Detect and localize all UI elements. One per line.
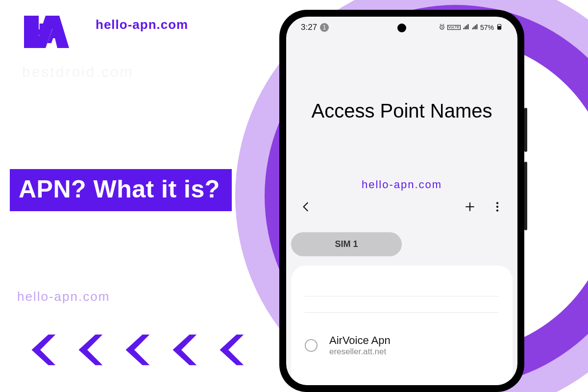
phone-side-button: [524, 162, 527, 230]
notification-count-badge: 1: [320, 23, 329, 32]
brand-domain-top: hello-apn.com: [96, 17, 188, 32]
chevron-left-icon: [210, 331, 248, 369]
svg-point-8: [496, 206, 498, 208]
svg-point-7: [496, 202, 498, 204]
status-time: 3:27: [301, 23, 317, 32]
brand-domain-bottom: hello-apn.com: [17, 289, 110, 304]
brand-logo: H A: [17, 10, 76, 54]
svg-rect-6: [498, 26, 501, 28]
svg-point-3: [44, 29, 49, 34]
chevron-left-icon: [163, 331, 201, 369]
apn-list-card: AirVoice Apn ereseller.att.net: [291, 266, 513, 385]
radio-unchecked-icon[interactable]: [305, 339, 318, 352]
watermark-faint: bestdroid.com: [22, 64, 133, 80]
svg-text:H: H: [25, 17, 45, 49]
chevron-row: [22, 331, 248, 369]
chevron-left-icon: [22, 331, 60, 369]
toolbar: [286, 200, 517, 215]
add-icon[interactable]: [464, 200, 476, 215]
back-icon[interactable]: [300, 200, 313, 215]
tab-sim1[interactable]: SIM 1: [291, 232, 402, 256]
chevron-left-icon: [116, 331, 154, 369]
phone-watermark: hello-apn.com: [286, 178, 517, 191]
divider: [305, 296, 499, 296]
phone-frame: 3:27 1 VoLTE 57% Access Point: [279, 10, 524, 392]
battery-icon: [496, 24, 503, 32]
signal-icon: [463, 24, 469, 32]
divider: [305, 312, 499, 313]
phone-side-button: [524, 108, 527, 152]
signal-icon: [471, 24, 478, 32]
apn-value: ereseller.att.net: [329, 347, 391, 357]
chevron-left-icon: [69, 331, 107, 369]
headline-banner: APN? What it is?: [10, 169, 232, 211]
battery-percent: 57%: [480, 24, 494, 31]
apn-name: AirVoice Apn: [329, 334, 391, 347]
camera-hole: [397, 24, 406, 32]
svg-text:A: A: [47, 17, 67, 49]
sim-tabbar: SIM 1: [286, 232, 517, 256]
volte-icon: VoLTE: [447, 25, 461, 30]
phone-screen: 3:27 1 VoLTE 57% Access Point: [286, 17, 517, 385]
apn-row[interactable]: AirVoice Apn ereseller.att.net: [305, 328, 499, 357]
alarm-icon: [439, 24, 445, 32]
svg-point-9: [496, 209, 498, 211]
page-title: Access Point Names: [286, 100, 517, 122]
more-icon[interactable]: [491, 200, 504, 215]
